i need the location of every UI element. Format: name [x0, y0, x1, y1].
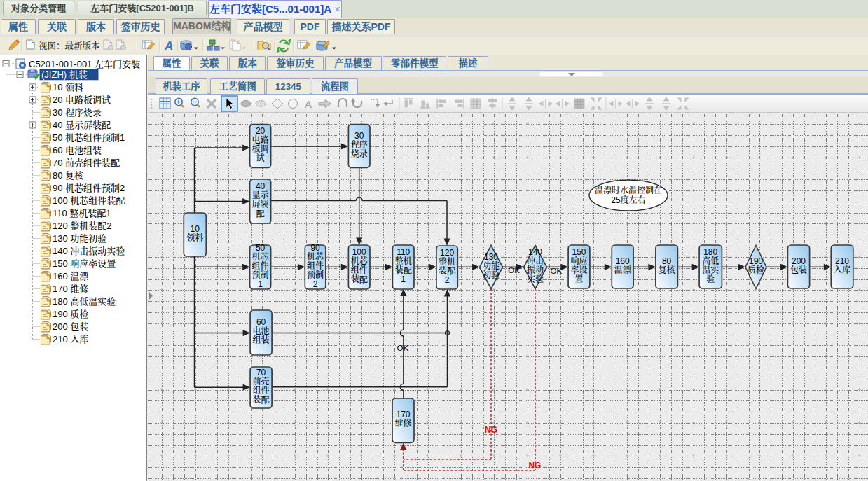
svg-text:电路: 电路: [252, 134, 269, 145]
svg-text:130: 130: [484, 252, 498, 262]
svg-text:190: 190: [749, 256, 763, 266]
svg-text:整机: 整机: [439, 256, 455, 267]
svg-text:40 显示屏装配: 40 显示屏装配: [53, 120, 111, 130]
svg-text:装配: 装配: [351, 274, 368, 284]
svg-text:温实: 温实: [702, 265, 719, 275]
svg-text:C5201-001-001 左车门安装: C5201-001-001 左车门安装: [29, 59, 140, 69]
svg-text:率设: 率设: [570, 265, 587, 275]
svg-text:170 维修: 170 维修: [53, 284, 88, 294]
svg-text:板调: 板调: [252, 144, 269, 154]
svg-text:实验: 实验: [527, 274, 544, 284]
svg-text:30 程序烧录: 30 程序烧录: [53, 107, 102, 118]
svg-text:组件: 组件: [351, 265, 368, 275]
svg-text:100 机芯组件装配: 100 机芯组件装配: [53, 195, 125, 206]
svg-text:验: 验: [706, 274, 715, 284]
svg-text:程序: 程序: [351, 139, 368, 150]
svg-text:50: 50: [256, 243, 266, 253]
svg-text:80 复核: 80 复核: [53, 170, 84, 181]
svg-text:NG: NG: [485, 425, 497, 435]
svg-text:60 电池组装: 60 电池组装: [53, 145, 102, 155]
svg-text:OK: OK: [397, 344, 408, 352]
svg-text:OK: OK: [508, 266, 520, 274]
svg-text:屏装: 屏装: [252, 199, 269, 209]
svg-text:140 冲击振动实验: 140 冲击振动实验: [53, 246, 125, 256]
svg-text:前壳: 前壳: [253, 377, 270, 386]
svg-text:OK: OK: [551, 267, 563, 275]
svg-text:2: 2: [313, 279, 318, 289]
svg-text:140: 140: [528, 247, 542, 257]
svg-text:响应: 响应: [570, 256, 587, 266]
svg-text:1: 1: [258, 279, 263, 289]
svg-text:200 包装: 200 包装: [53, 321, 88, 332]
svg-text:40: 40: [256, 181, 266, 191]
svg-text:预制: 预制: [252, 270, 269, 280]
svg-text:A: A: [164, 39, 173, 53]
svg-text:装配: 装配: [395, 265, 412, 275]
svg-text:领料: 领料: [186, 232, 203, 243]
svg-text:复核: 复核: [659, 265, 676, 275]
svg-text:初验: 初验: [483, 270, 500, 280]
svg-text:150: 150: [572, 247, 586, 257]
svg-text:120: 120: [440, 248, 454, 258]
svg-text:高低: 高低: [702, 256, 719, 266]
svg-text:60: 60: [256, 317, 266, 327]
svg-text:180: 180: [703, 247, 717, 257]
svg-text:90 机芯组件预制2: 90 机芯组件预制2: [53, 183, 125, 193]
svg-text:视图：最新版本: 视图：最新版本: [39, 41, 100, 51]
svg-text:20 电路板调试: 20 电路板调试: [53, 95, 111, 105]
svg-text:150 响应率设置: 150 响应率设置: [53, 258, 116, 269]
svg-text:160 温漂: 160 温漂: [53, 271, 89, 281]
svg-text:A: A: [305, 98, 312, 110]
svg-text:组件: 组件: [253, 385, 270, 396]
svg-text:组件: 组件: [252, 260, 269, 271]
svg-text:NG: NG: [528, 461, 541, 470]
svg-text:温漂: 温漂: [614, 265, 632, 275]
svg-text:机芯: 机芯: [252, 251, 270, 262]
svg-text:25度左右: 25度左右: [611, 195, 645, 205]
svg-text:入库: 入库: [834, 265, 850, 275]
svg-text:50 机芯组件预制1: 50 机芯组件预制1: [53, 132, 125, 143]
svg-text:维修: 维修: [394, 418, 411, 428]
svg-text:电池: 电池: [253, 326, 270, 336]
svg-text:1: 1: [401, 274, 406, 284]
svg-text:烧录: 烧录: [351, 148, 368, 159]
svg-text:机芯: 机芯: [307, 251, 324, 262]
svg-text:170: 170: [396, 410, 410, 419]
svg-text:温漂时水温控制在: 温漂时水温控制在: [595, 185, 662, 195]
svg-text:置: 置: [574, 274, 583, 284]
svg-text:试: 试: [256, 153, 265, 163]
svg-text:振动: 振动: [527, 265, 544, 275]
svg-text:110 整机装配1: 110 整机装配1: [53, 208, 111, 218]
svg-text:装配: 装配: [253, 394, 270, 405]
svg-text:冲击: 冲击: [527, 256, 544, 266]
svg-text:组装: 组装: [253, 335, 270, 345]
svg-text:预制: 预制: [307, 270, 324, 280]
svg-text:包装: 包装: [790, 265, 807, 275]
svg-text:130 功能初验: 130 功能初验: [53, 233, 106, 244]
svg-text:配: 配: [256, 209, 265, 218]
svg-text:2: 2: [445, 275, 450, 285]
svg-text:30: 30: [354, 131, 364, 141]
svg-text:整机: 整机: [395, 256, 412, 266]
svg-text:70 前壳组件装配: 70 前壳组件装配: [53, 158, 120, 168]
svg-text:110: 110: [397, 247, 410, 257]
svg-text:质检: 质检: [748, 265, 764, 275]
svg-text:190 质检: 190 质检: [53, 309, 88, 319]
svg-text:10 领料: 10 领料: [53, 82, 83, 92]
svg-text:(JIZH) 机装: (JIZH) 机装: [41, 69, 88, 80]
svg-text:120 整机装配2: 120 整机装配2: [53, 221, 112, 231]
svg-text:功能: 功能: [483, 260, 500, 271]
svg-text:装配: 装配: [439, 265, 455, 276]
svg-text:20: 20: [256, 126, 266, 136]
svg-text:100: 100: [352, 247, 366, 257]
svg-text:机芯: 机芯: [351, 256, 368, 266]
svg-text:210 入库: 210 入库: [53, 334, 88, 344]
svg-text:180 高低温实验: 180 高低温实验: [53, 296, 116, 307]
svg-text:显示: 显示: [252, 190, 270, 200]
svg-text:组件: 组件: [307, 260, 324, 271]
svg-text:90: 90: [310, 243, 320, 253]
